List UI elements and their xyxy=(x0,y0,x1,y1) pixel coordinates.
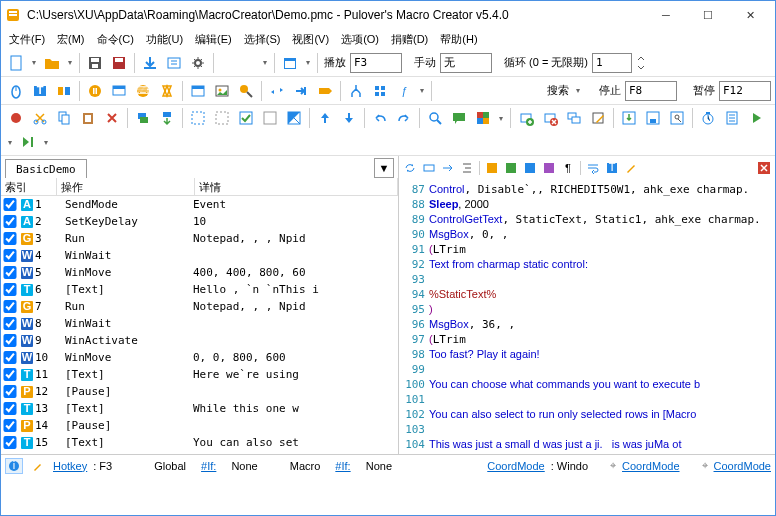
comment-button[interactable] xyxy=(448,107,470,129)
msgbox-button[interactable] xyxy=(108,80,130,102)
schedule-button[interactable] xyxy=(279,52,301,74)
coordmode2-link[interactable]: CoordMode xyxy=(622,460,679,472)
table-row[interactable]: T 11 [Text] Here we`re using xyxy=(1,366,398,383)
menu-macro[interactable]: 宏(M) xyxy=(51,30,91,49)
text-button[interactable]: T xyxy=(29,80,51,102)
menu-commands[interactable]: 命令(C) xyxy=(91,30,140,49)
close-preview-icon[interactable] xyxy=(755,159,773,177)
paste-button[interactable] xyxy=(77,107,99,129)
run-button[interactable] xyxy=(235,80,257,102)
pilcrow-icon[interactable]: ¶ xyxy=(559,159,577,177)
table-row[interactable]: W 5 WinMove 400, 400, 800, 60 xyxy=(1,264,398,281)
func-drop[interactable]: ▾ xyxy=(417,86,427,95)
table-row[interactable]: A 2 SetKeyDelay 10 xyxy=(1,213,398,230)
play-macro-button[interactable] xyxy=(745,107,767,129)
tb1-drop[interactable]: ▾ xyxy=(260,58,270,67)
table-row[interactable]: G 7 Run Notepad, , , Npid xyxy=(1,298,398,315)
col-action[interactable]: 操作 xyxy=(57,178,195,195)
save-as-button[interactable] xyxy=(108,52,130,74)
row-checkbox[interactable] xyxy=(3,283,17,296)
code-area[interactable]: 87 88 89 90 91 92 93 94 95 96 97 98 99 1… xyxy=(399,180,775,454)
table-row[interactable]: P 14 [Pause] xyxy=(1,417,398,434)
edit-status-icon[interactable] xyxy=(29,458,47,474)
search-drop[interactable]: ▾ xyxy=(573,86,583,95)
menu-select[interactable]: 选择(S) xyxy=(238,30,287,49)
export-button[interactable] xyxy=(139,52,161,74)
row-checkbox[interactable] xyxy=(3,198,17,211)
copy-down-button[interactable] xyxy=(156,107,178,129)
undo-button[interactable] xyxy=(369,107,391,129)
import-button[interactable] xyxy=(618,107,640,129)
save-button[interactable] xyxy=(84,52,106,74)
row-checkbox[interactable] xyxy=(3,300,17,313)
row-checkbox[interactable] xyxy=(3,266,17,279)
loop-button[interactable] xyxy=(266,80,288,102)
manual-hotkey-input[interactable] xyxy=(440,53,492,73)
row-checkbox[interactable] xyxy=(3,232,17,245)
table-row[interactable]: T 15 [Text] You can also set xyxy=(1,434,398,451)
goto-icon[interactable] xyxy=(439,159,457,177)
menu-options[interactable]: 选项(O) xyxy=(335,30,385,49)
minimize-button[interactable]: ─ xyxy=(645,1,687,29)
play-drop[interactable]: ▾ xyxy=(5,138,15,147)
timer-button[interactable] xyxy=(697,107,719,129)
close-tab-button[interactable] xyxy=(539,107,561,129)
preview-button[interactable] xyxy=(163,52,185,74)
menu-help[interactable]: 帮助(H) xyxy=(434,30,483,49)
row-checkbox[interactable] xyxy=(3,351,17,364)
find-button[interactable] xyxy=(424,107,446,129)
edit-icon[interactable] xyxy=(622,159,640,177)
new-drop[interactable]: ▾ xyxy=(29,58,39,67)
coordmode1-link[interactable]: CoordMode xyxy=(487,460,544,472)
mouse-button[interactable] xyxy=(5,80,27,102)
add-tab-button[interactable] xyxy=(515,107,537,129)
delete-button[interactable] xyxy=(101,107,123,129)
record-button[interactable] xyxy=(5,107,27,129)
keywait-button[interactable]: ⌨ xyxy=(132,80,154,102)
select-none-button[interactable] xyxy=(211,107,233,129)
table-row[interactable]: G 3 Run Notepad, , , Npid xyxy=(1,230,398,247)
table-row[interactable]: P 12 [Pause] xyxy=(1,383,398,400)
text-icon[interactable]: T xyxy=(603,159,621,177)
control-button[interactable] xyxy=(53,80,75,102)
row-checkbox[interactable] xyxy=(3,249,17,262)
pause-hotkey-input[interactable] xyxy=(719,81,771,101)
menu-functions[interactable]: 功能(U) xyxy=(140,30,189,49)
options-button[interactable] xyxy=(187,52,209,74)
menu-file[interactable]: 文件(F) xyxy=(3,30,51,49)
find-in-button[interactable] xyxy=(666,107,688,129)
cut-button[interactable] xyxy=(29,107,51,129)
row-checkbox[interactable] xyxy=(3,368,17,381)
new-button[interactable] xyxy=(5,52,27,74)
toggle-icon[interactable] xyxy=(483,159,501,177)
tab-basicdemo[interactable]: BasicDemo xyxy=(5,159,87,178)
table-row[interactable]: W 4 WinWait xyxy=(1,247,398,264)
select-all-button[interactable] xyxy=(187,107,209,129)
refresh-icon[interactable] xyxy=(401,159,419,177)
close-button[interactable]: ✕ xyxy=(729,1,771,29)
window-button[interactable] xyxy=(187,80,209,102)
tab-dropdown[interactable]: ▼ xyxy=(374,158,394,178)
open-drop[interactable]: ▾ xyxy=(65,58,75,67)
move-down-button[interactable] xyxy=(338,107,360,129)
row-checkbox[interactable] xyxy=(3,385,17,398)
invert-button[interactable] xyxy=(283,107,305,129)
table-row[interactable]: T 13 [Text] While this one w xyxy=(1,400,398,417)
row-checkbox[interactable] xyxy=(3,436,17,449)
table-row[interactable]: A 1 SendMode Event xyxy=(1,196,398,213)
if-button[interactable] xyxy=(345,80,367,102)
functions-button[interactable]: ƒ xyxy=(393,80,415,102)
uncheck-button[interactable] xyxy=(259,107,281,129)
var-icon[interactable] xyxy=(540,159,558,177)
redo-button[interactable] xyxy=(393,107,415,129)
table-row[interactable]: W 9 WinActivate xyxy=(1,332,398,349)
hotkey-link[interactable]: Hotkey xyxy=(53,460,87,472)
stop-hotkey-input[interactable] xyxy=(625,81,677,101)
global-if-link[interactable]: #If: xyxy=(201,460,216,472)
table-row[interactable]: T 6 [Text] Hello , `n `nThis i xyxy=(1,281,398,298)
copy-button[interactable] xyxy=(53,107,75,129)
label-button[interactable] xyxy=(314,80,336,102)
loop-spinner[interactable] xyxy=(634,52,648,74)
color-drop[interactable]: ▾ xyxy=(496,114,506,123)
col-details[interactable]: 详情 xyxy=(195,178,398,195)
